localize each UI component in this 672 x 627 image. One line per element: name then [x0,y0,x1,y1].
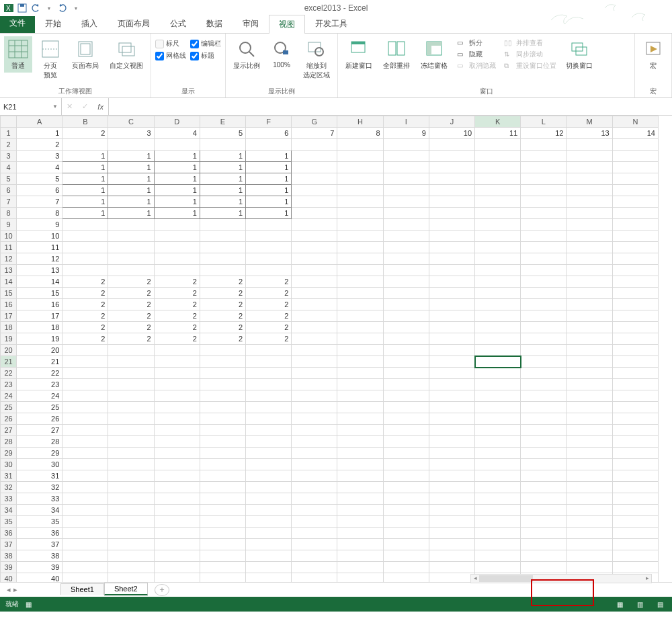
chk-formulabar[interactable]: 编辑栏 [190,39,221,48]
chk-headings-box[interactable] [190,52,199,60]
cell-M19[interactable] [566,333,612,345]
cell-G31[interactable] [292,470,337,482]
cell-I16[interactable] [383,299,429,310]
chk-gridlines[interactable]: 网格线 [155,51,186,60]
cell-E39[interactable] [200,562,245,573]
cell-F13[interactable] [246,265,292,276]
cell-D10[interactable] [154,231,200,242]
cell-H30[interactable] [337,459,383,470]
cell-D30[interactable] [154,459,200,470]
cell-A1[interactable]: 1 [17,128,62,139]
cell-G39[interactable] [292,562,337,573]
cell-H17[interactable] [337,310,383,322]
cell-G10[interactable] [292,231,337,242]
cell-I31[interactable] [383,470,429,482]
cell-G14[interactable] [292,276,337,288]
cell-E5[interactable]: 1 [200,173,245,185]
cell-A8[interactable]: 8 [17,208,62,219]
cell-A25[interactable]: 25 [17,402,62,413]
cell-A27[interactable]: 27 [17,425,62,436]
cell-F4[interactable]: 1 [246,162,292,173]
cell-L2[interactable] [521,139,566,151]
confirm-edit-icon[interactable]: ✓ [82,102,88,111]
row-header-20[interactable]: 20 [1,345,17,356]
cell-C16[interactable]: 2 [108,299,154,310]
cell-J11[interactable] [429,242,474,253]
cell-A22[interactable]: 22 [17,368,62,379]
cell-J18[interactable] [429,322,474,333]
cell-J23[interactable] [429,379,474,390]
cell-B20[interactable] [62,345,108,356]
cell-M34[interactable] [566,505,612,516]
cell-C38[interactable] [108,550,154,562]
cell-A3[interactable]: 3 [17,151,62,162]
col-header-G[interactable]: G [292,116,337,128]
cell-G12[interactable] [292,253,337,265]
cell-A10[interactable]: 10 [17,231,62,242]
cell-L21[interactable] [521,356,566,368]
cell-M26[interactable] [566,413,612,425]
cell-B14[interactable]: 2 [62,276,108,288]
cell-M1[interactable]: 13 [566,128,612,139]
record-macro-icon[interactable]: ▦ [26,601,32,608]
cell-G37[interactable] [292,539,337,550]
cell-D34[interactable] [154,505,200,516]
cell-F15[interactable]: 2 [246,288,292,299]
cell-H27[interactable] [337,425,383,436]
cell-C28[interactable] [108,436,154,448]
cell-G13[interactable] [292,265,337,276]
cell-J3[interactable] [429,151,474,162]
cell-N13[interactable] [612,265,658,276]
cell-G5[interactable] [292,173,337,185]
cell-I36[interactable] [383,528,429,539]
cell-A13[interactable]: 13 [17,265,62,276]
cell-H20[interactable] [337,345,383,356]
cell-D32[interactable] [154,482,200,493]
cell-E10[interactable] [200,231,245,242]
cell-E4[interactable]: 1 [200,162,245,173]
horizontal-scrollbar[interactable]: ◂ ▸ [470,574,652,583]
cell-G26[interactable] [292,413,337,425]
cell-G21[interactable] [292,356,337,368]
cell-H38[interactable] [337,550,383,562]
cell-B34[interactable] [62,505,108,516]
view-normal-button[interactable]: 普通 [4,36,32,73]
cell-G34[interactable] [292,505,337,516]
cell-F28[interactable] [246,436,292,448]
col-header-K[interactable]: K [475,116,521,128]
cell-I10[interactable] [383,231,429,242]
cell-K36[interactable] [475,528,521,539]
col-header-L[interactable]: L [521,116,566,128]
cell-C35[interactable] [108,516,154,528]
cell-I25[interactable] [383,402,429,413]
tab-home[interactable]: 开始 [35,14,71,33]
cell-H15[interactable] [337,288,383,299]
cell-N34[interactable] [612,505,658,516]
cell-L34[interactable] [521,505,566,516]
cell-F30[interactable] [246,459,292,470]
row-header-38[interactable]: 38 [1,550,17,562]
col-header-N[interactable]: N [612,116,658,128]
cell-G3[interactable] [292,151,337,162]
cell-B13[interactable] [62,265,108,276]
cell-N9[interactable] [612,219,658,231]
cell-H16[interactable] [337,299,383,310]
cell-N28[interactable] [612,436,658,448]
cell-G23[interactable] [292,379,337,390]
cell-C1[interactable]: 3 [108,128,154,139]
cell-A7[interactable]: 7 [17,196,62,208]
cell-J26[interactable] [429,413,474,425]
cell-F34[interactable] [246,505,292,516]
cell-J8[interactable] [429,208,474,219]
row-header-10[interactable]: 10 [1,231,17,242]
cell-H31[interactable] [337,470,383,482]
cell-K23[interactable] [475,379,521,390]
cell-B10[interactable] [62,231,108,242]
cell-M25[interactable] [566,402,612,413]
cell-D19[interactable]: 2 [154,333,200,345]
cell-H23[interactable] [337,379,383,390]
cell-L31[interactable] [521,470,566,482]
cell-M29[interactable] [566,448,612,459]
cell-G11[interactable] [292,242,337,253]
cell-L25[interactable] [521,402,566,413]
